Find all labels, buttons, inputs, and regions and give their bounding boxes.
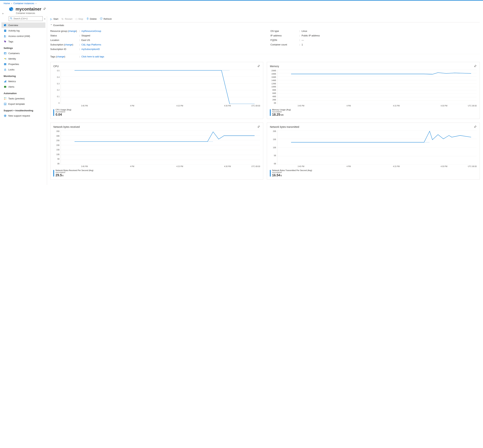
nav-item-new-support-request[interactable]: New support request xyxy=(1,113,45,118)
y-axis: 0.50.40.30.20.10 xyxy=(53,70,61,104)
pin-icon[interactable] xyxy=(474,125,477,128)
nav-item-alerts[interactable]: Alerts xyxy=(1,84,45,89)
plot-area xyxy=(277,130,477,165)
chart-legend: Network Bytes Received Per Second (Avg) … xyxy=(53,169,260,177)
svg-rect-8 xyxy=(5,63,5,65)
search-input[interactable] xyxy=(13,17,41,20)
export-icon xyxy=(4,103,7,105)
essentials-row: Container count:1 xyxy=(270,42,480,47)
y-axis: 20MB18MB16MB14MB12MB10MB8MB6MB4MB2MB0B xyxy=(270,70,277,104)
legend-series-sub: mycontainer xyxy=(55,171,93,173)
chart-area: 35B30B25B20B15B10B5B0B xyxy=(53,130,260,165)
svg-point-4 xyxy=(4,41,5,41)
x-axis: 3:45 PM4 PM4:15 PM4:30 PMUTC-08:00 xyxy=(61,104,260,107)
nav-item-label: Activity log xyxy=(8,29,20,32)
nav-item-tasks-preview-[interactable]: Tasks (preview) xyxy=(1,96,45,101)
nav-item-export-template[interactable]: Export template xyxy=(1,101,45,107)
cube-icon xyxy=(4,24,7,27)
nav-item-metrics[interactable]: Metrics xyxy=(1,79,45,84)
collapse-sidebar-icon[interactable]: « xyxy=(44,17,45,20)
pin-icon[interactable] xyxy=(257,65,260,68)
essentials-value: East US xyxy=(81,39,90,41)
chart-area: 20MB18MB16MB14MB12MB10MB8MB6MB4MB2MB0B xyxy=(270,70,477,104)
essentials-row: Subscription (change):C&L App Platforms xyxy=(50,42,260,47)
svg-rect-5 xyxy=(4,52,6,54)
essentials-value: Stopped xyxy=(81,34,90,37)
refresh-button[interactable]: Refresh xyxy=(100,17,112,20)
nav-item-label: Export template xyxy=(8,103,25,105)
essentials-value: --- xyxy=(302,39,304,41)
start-button[interactable]: ▷ Start xyxy=(50,17,58,20)
y-axis: 20B15B10B5B0B xyxy=(270,130,277,165)
nav-item-label: Access control (IAM) xyxy=(8,35,30,38)
breadcrumb: Home › Container instances › xyxy=(0,0,483,6)
essentials-row: Location:East US xyxy=(50,38,260,42)
restart-icon: ↻ xyxy=(62,17,64,20)
nav-item-label: New support request xyxy=(8,114,30,117)
nav-item-activity-log[interactable]: Activity log xyxy=(1,28,45,33)
plot-area xyxy=(277,70,477,104)
essentials-value[interactable]: mySubscriptionID xyxy=(81,48,100,50)
nav-item-overview[interactable]: Overview xyxy=(1,23,45,28)
legend-value: 29.5 xyxy=(55,173,62,177)
chart-card-network-bytes-transmitted: Network bytes transmitted 20B15B10B5B0B … xyxy=(267,122,480,180)
legend-series-sub: mycontainer xyxy=(55,111,71,113)
pin-icon[interactable] xyxy=(43,7,46,11)
nav-item-properties[interactable]: Properties xyxy=(1,61,45,67)
delete-icon xyxy=(86,17,89,20)
essentials-change-link[interactable]: change xyxy=(65,43,72,46)
search-icon xyxy=(10,17,12,20)
play-icon: ▷ xyxy=(50,17,52,20)
tags-add-link[interactable]: Click here to add tags xyxy=(81,55,104,58)
legend-unit: MB xyxy=(280,114,284,116)
svg-point-18 xyxy=(5,99,6,100)
y-axis: 35B30B25B20B15B10B5B0B xyxy=(53,130,61,165)
refresh-icon xyxy=(100,17,102,20)
breadcrumb-home[interactable]: Home xyxy=(4,2,10,5)
svg-rect-12 xyxy=(5,81,5,82)
essentials-value[interactable]: C&L App Platforms xyxy=(81,43,101,46)
essentials-toggle[interactable]: ⌃ Essentials xyxy=(50,23,64,28)
lock-icon xyxy=(4,68,7,71)
nav-item-identity[interactable]: Identity xyxy=(1,56,45,61)
chart-card-cpu: CPU 0.50.40.30.20.10 3:45 PM4 PM4:15 PM4… xyxy=(50,62,263,119)
chart-title: Network bytes transmitted xyxy=(270,125,299,128)
search-box[interactable] xyxy=(9,16,43,21)
nav-item-locks[interactable]: Locks xyxy=(1,67,45,72)
page-header: mycontainer xyxy=(0,6,483,13)
breadcrumb-sep: › xyxy=(36,2,36,5)
chart-legend: Memory Usage (Avg) mycontainer 18.25MB xyxy=(270,109,477,117)
identity-icon xyxy=(4,57,7,60)
nav-section-title: Automation xyxy=(1,89,45,96)
containers-icon xyxy=(4,52,7,55)
tag-icon xyxy=(4,40,7,43)
nav-section-title: Settings xyxy=(1,44,45,50)
nav-item-tags[interactable]: Tags xyxy=(1,39,45,44)
log-icon xyxy=(4,29,7,32)
essentials-value[interactable]: myResourceGroup xyxy=(81,30,101,32)
tags-change-link[interactable]: change xyxy=(57,55,64,58)
svg-point-21 xyxy=(5,115,5,116)
expand-sidebar-icon[interactable]: » xyxy=(1,11,4,16)
essentials-change-link[interactable]: change xyxy=(68,30,76,32)
pin-icon[interactable] xyxy=(474,65,477,68)
page-subtitle: Container instances xyxy=(0,12,483,15)
svg-point-15 xyxy=(4,97,5,98)
alerts-icon xyxy=(4,85,7,88)
legend-value: 18.25 xyxy=(272,113,280,116)
page-title: mycontainer xyxy=(16,7,41,12)
chart-area: 0.50.40.30.20.10 xyxy=(53,70,260,104)
chart-legend: Network Bytes Transmitted Per Second (Av… xyxy=(270,169,477,177)
nav-section-title: Monitoring xyxy=(1,72,45,79)
pin-icon[interactable] xyxy=(257,125,260,128)
nav-item-access-control-iam-[interactable]: Access control (IAM) xyxy=(1,33,45,39)
breadcrumb-section[interactable]: Container instances xyxy=(13,2,34,5)
properties-icon xyxy=(4,63,7,65)
legend-color-bar xyxy=(270,170,271,176)
x-axis: 3:45 PM4 PM4:15 PM4:30 PMUTC-08:00 xyxy=(61,165,260,168)
legend-value: 16.54 xyxy=(272,173,280,177)
legend-color-bar xyxy=(270,109,271,116)
delete-button[interactable]: Delete xyxy=(86,17,97,20)
essentials-value: 1 xyxy=(302,43,303,46)
nav-item-containers[interactable]: Containers xyxy=(1,50,45,56)
